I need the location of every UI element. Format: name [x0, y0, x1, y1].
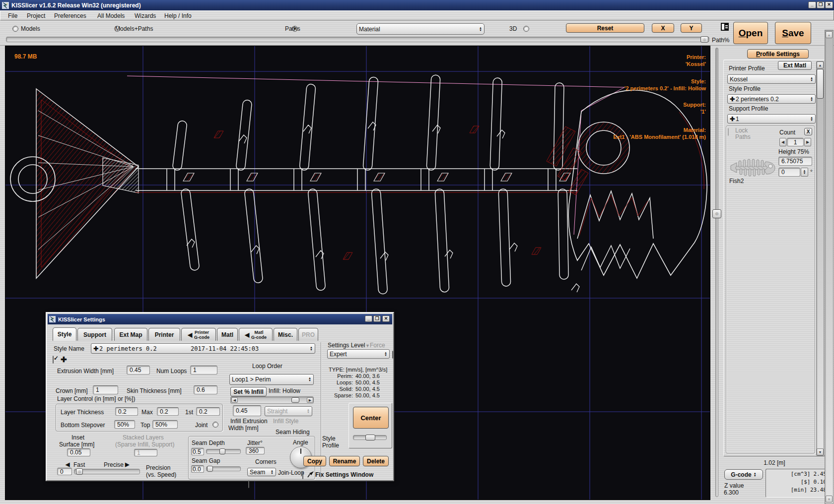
tab-ext-map[interactable]: Ext Map — [114, 328, 147, 341]
corners-checkbox[interactable] — [248, 480, 249, 488]
menu-wizards[interactable]: Wizards — [135, 12, 156, 19]
ext-matl-button[interactable]: Ext Matl — [778, 61, 812, 70]
precision-slider[interactable]: ◎ — [74, 469, 140, 474]
seam-gap-slider-thumb[interactable] — [207, 466, 213, 472]
rename-button[interactable]: Rename — [329, 456, 360, 466]
maximize-icon[interactable]: ❒ — [817, 1, 825, 8]
count-field[interactable]: 1 — [787, 138, 804, 146]
top-field[interactable]: 50% — [152, 420, 178, 429]
close-icon[interactable]: ✕ — [825, 1, 833, 8]
tab-pro[interactable]: PRO — [298, 328, 318, 341]
scroll-up-icon[interactable]: ▲ — [826, 31, 833, 38]
crown-field[interactable]: 1 — [93, 385, 118, 394]
max-field[interactable]: 0.2 — [157, 407, 179, 416]
profile-panel-scrollbar[interactable]: ▲ ▼ — [816, 61, 824, 456]
height-field[interactable]: 6.75075 — [778, 157, 812, 166]
style-profile-select[interactable]: ✚ 2 perimeters 0.2 ▲▼ — [727, 94, 816, 104]
models-radio[interactable] — [12, 26, 18, 32]
save-button[interactable]: Save — [775, 22, 811, 44]
style-name-select[interactable]: ✚ 2 perimeters 0.2 2017-11-04 22:45:03 ▲… — [91, 343, 315, 354]
num-loops-field[interactable]: 1 — [190, 366, 217, 375]
tab-support[interactable]: Support — [77, 328, 112, 341]
style-enabled-checkbox[interactable] — [53, 356, 54, 364]
join-loop-select[interactable]: Seam ▲▼ — [247, 468, 276, 476]
joint-radio[interactable] — [212, 422, 218, 428]
tab-matl-gcode[interactable]: ◀ MatlG-code — [239, 328, 273, 341]
tab-style[interactable]: Style — [53, 327, 76, 341]
seam-gap-slider[interactable] — [206, 466, 241, 471]
seam-depth-slider[interactable] — [206, 449, 241, 454]
minimize-icon[interactable]: _ — [808, 1, 816, 8]
seam-gap-field[interactable]: 0.0 — [191, 465, 204, 473]
menu-help-info[interactable]: Help / Info — [164, 12, 192, 19]
menu-file[interactable]: File — [8, 12, 17, 19]
menu-project[interactable]: Project — [27, 12, 45, 19]
tab-misc[interactable]: Misc. — [274, 328, 297, 341]
count-increment-button[interactable]: ▶ — [804, 138, 811, 146]
tab-printer[interactable]: Printer — [148, 328, 180, 341]
profile-panel-scroll-thumb[interactable] — [817, 69, 824, 99]
scroll-down-icon[interactable]: ▼ — [826, 496, 833, 503]
support-profile-select[interactable]: ✚ 1 ▲▼ — [727, 114, 816, 124]
threed-radio[interactable] — [523, 26, 529, 32]
path-percent-slider-thumb[interactable]: ◎ — [700, 36, 708, 43]
lock-paths-checkbox[interactable] — [728, 128, 729, 136]
path-percent-slider[interactable]: ◎ — [6, 37, 709, 42]
scroll-right-icon[interactable]: ▶ — [307, 397, 313, 403]
layer-slider[interactable]: ◎ — [711, 46, 722, 500]
count-decrement-button[interactable]: ◀ — [779, 138, 786, 146]
settings-titlebar[interactable]: KISSlicer Settings _ ❒ ✕ — [48, 314, 392, 324]
maximize-icon[interactable]: ❒ — [373, 315, 381, 322]
tab-matl[interactable]: Matl — [217, 328, 238, 341]
center-button[interactable]: Center — [353, 407, 389, 429]
tab-printer-gcode[interactable]: ◀ PrinterG-code — [181, 328, 216, 341]
settings-level-select[interactable]: Expert ▲▼ — [327, 349, 390, 359]
jitter-field[interactable]: 360 — [246, 447, 265, 454]
set-infill-button[interactable]: Set % Infill — [230, 387, 267, 396]
settings-level-checkbox[interactable] — [392, 351, 393, 359]
copy-button[interactable]: Copy — [303, 456, 326, 466]
seam-depth-slider-thumb[interactable] — [219, 448, 225, 454]
minimize-icon[interactable]: _ — [365, 315, 372, 322]
scroll-left-icon[interactable]: ◀ — [231, 397, 238, 403]
center-slider[interactable] — [353, 435, 387, 440]
infill-scrollbar[interactable]: ◀ ▶ — [230, 396, 314, 404]
extrusion-width-field[interactable]: 0.45 — [127, 366, 150, 375]
open-button[interactable]: Open — [733, 22, 768, 44]
scroll-up-icon[interactable]: ▲ — [817, 62, 824, 68]
menu-preferences[interactable]: Preferences — [54, 12, 86, 19]
remove-model-button[interactable]: X — [804, 128, 812, 135]
printer-profile-select[interactable]: Kossel ▲▼ — [727, 74, 816, 84]
x-button[interactable]: X — [652, 23, 674, 33]
gcode-mode-button[interactable]: G-code ▲▼ — [724, 469, 763, 480]
rotation-field[interactable]: 0 — [778, 168, 800, 177]
infill-scroll-thumb[interactable] — [291, 397, 299, 403]
layer-slider-thumb[interactable]: ◎ — [712, 209, 721, 218]
seam-depth-field[interactable]: 0.5 — [191, 448, 204, 455]
precision-field[interactable]: 0 — [57, 468, 72, 475]
precision-slider-thumb[interactable]: ◎ — [76, 468, 83, 475]
bottom-stepover-field[interactable]: 50% — [114, 420, 135, 429]
stacked-layers-field[interactable]: 1 — [134, 449, 157, 456]
fix-settings-checkbox[interactable] — [302, 471, 303, 479]
first-field[interactable]: 0.2 — [196, 407, 220, 416]
layer-thickness-field[interactable]: 0.2 — [115, 407, 138, 416]
center-slider-thumb[interactable] — [365, 435, 375, 441]
loop-order-select[interactable]: Loop1 > Perim ▲▼ — [229, 374, 314, 385]
y-button[interactable]: Y — [681, 23, 702, 33]
menu-all-models[interactable]: All Models — [97, 12, 125, 19]
inset-surface-field[interactable]: 0.05 — [67, 448, 90, 456]
profile-settings-button[interactable]: Profile Settings — [747, 49, 809, 59]
close-icon[interactable]: ✕ — [382, 315, 390, 322]
reset-button[interactable]: Reset — [566, 23, 644, 33]
skin-thickness-field[interactable]: 0.6 — [194, 385, 217, 394]
window-scrollbar[interactable]: ▲ ▼ — [825, 30, 834, 504]
view-mode-select[interactable]: Material ▲▼ — [356, 23, 485, 35]
scroll-down-icon[interactable]: ▼ — [817, 448, 824, 455]
infill-width-field[interactable]: 0.45 — [233, 405, 261, 416]
infill-style-select[interactable]: Straight ▲▼ — [265, 406, 312, 416]
rotation-spinner[interactable]: ▲▼ — [801, 168, 808, 177]
add-style-icon[interactable]: ✚ — [61, 355, 67, 364]
model-thumbnail[interactable] — [729, 158, 777, 178]
delete-button[interactable]: Delete — [363, 456, 389, 466]
